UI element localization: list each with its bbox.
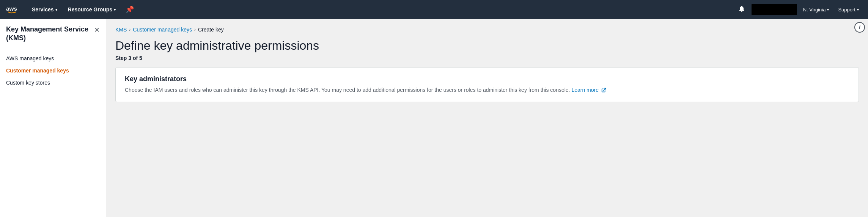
breadcrumb: KMS › Customer managed keys › Create key [115, 27, 859, 33]
breadcrumb-sep-2: › [194, 27, 196, 32]
account-display [752, 4, 797, 15]
key-administrators-card: Key administrators Choose the IAM users … [115, 67, 859, 102]
aws-logo-svg: aws [6, 4, 22, 15]
resource-groups-nav-button[interactable]: Resource Groups ▾ [64, 4, 120, 15]
support-button[interactable]: Support ▾ [835, 5, 862, 15]
aws-logo[interactable]: aws [6, 4, 22, 15]
card-title: Key administrators [125, 75, 849, 83]
bell-icon[interactable] [735, 3, 748, 17]
page-title: Define key administrative permissions [115, 39, 859, 53]
resource-groups-chevron-icon: ▾ [114, 8, 116, 12]
svg-text:aws: aws [6, 5, 17, 12]
support-chevron-icon: ▾ [857, 8, 859, 12]
main-layout: Key Management Service (KMS) ✕ AWS manag… [0, 19, 868, 217]
card-description: Choose the IAM users and roles who can a… [125, 86, 849, 94]
services-label: Services [32, 6, 54, 13]
region-chevron-icon: ▾ [827, 8, 829, 12]
step-label: Step 3 of 5 [115, 55, 859, 61]
services-nav-button[interactable]: Services ▾ [28, 4, 61, 15]
sidebar-title: Key Management Service (KMS) [6, 25, 94, 43]
sidebar-divider [0, 49, 106, 49]
top-navigation: aws Services ▾ Resource Groups ▾ 📌 N. Vi… [0, 0, 868, 19]
sidebar-item-customer-managed-keys[interactable]: Customer managed keys [0, 64, 106, 77]
sidebar: Key Management Service (KMS) ✕ AWS manag… [0, 19, 106, 217]
breadcrumb-customer-managed-keys-link[interactable]: Customer managed keys [133, 27, 192, 33]
main-content: KMS › Customer managed keys › Create key… [106, 19, 868, 217]
sidebar-item-aws-managed-keys[interactable]: AWS managed keys [0, 52, 106, 64]
breadcrumb-kms-link[interactable]: KMS [115, 27, 127, 33]
sidebar-close-button[interactable]: ✕ [94, 26, 100, 34]
pin-icon[interactable]: 📌 [123, 3, 137, 16]
info-icon[interactable]: i [854, 22, 865, 33]
info-icon-container: i [851, 19, 868, 36]
card-description-text: Choose the IAM users and roles who can a… [125, 87, 570, 93]
breadcrumb-current: Create key [198, 27, 224, 33]
sidebar-item-custom-key-stores[interactable]: Custom key stores [0, 77, 106, 89]
region-label: N. Virginia [803, 7, 826, 13]
services-chevron-icon: ▾ [55, 8, 57, 12]
sidebar-header: Key Management Service (KMS) ✕ [0, 25, 106, 49]
breadcrumb-sep-1: › [129, 27, 131, 32]
learn-more-link[interactable]: Learn more [571, 87, 606, 93]
support-label: Support [838, 7, 855, 13]
resource-groups-label: Resource Groups [68, 6, 112, 13]
external-link-icon [601, 88, 606, 93]
region-selector[interactable]: N. Virginia ▾ [800, 5, 832, 15]
